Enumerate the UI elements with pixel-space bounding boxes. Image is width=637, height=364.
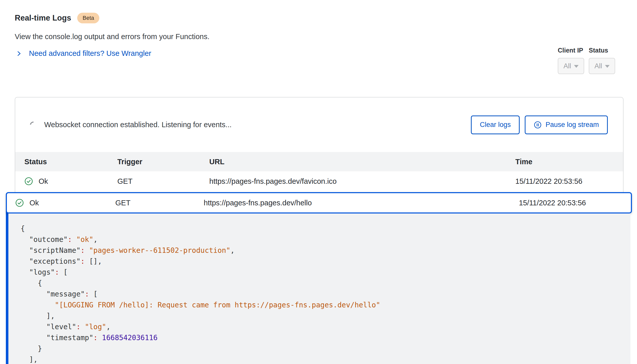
log-filters: Client IP All Status All	[558, 47, 615, 74]
url-value: https://pages-fns.pages.dev/favicon.ico	[209, 177, 515, 186]
trigger-value: GET	[117, 177, 209, 186]
log-row-favicon[interactable]: Ok GET https://pages-fns.pages.dev/favic…	[15, 171, 623, 191]
log-detail-panel: { "outcome": "ok", "scriptName": "pages-…	[8, 213, 630, 364]
websocket-status-message: Websocket connection established. Listen…	[44, 121, 232, 129]
column-header-time: Time	[515, 158, 623, 166]
log-table-header: Status Trigger URL Time	[15, 152, 623, 171]
client-ip-value: All	[563, 62, 571, 70]
wrangler-link-label: Need advanced filters? Use Wrangler	[29, 49, 151, 58]
log-json-line: "timestamp": 1668542036116	[21, 332, 623, 343]
log-json-line: "level": "log",	[21, 321, 623, 332]
chevron-right-icon	[16, 50, 22, 57]
status-value: Ok	[29, 199, 39, 207]
column-header-url: URL	[209, 158, 515, 166]
wrangler-link[interactable]: Need advanced filters? Use Wrangler	[16, 49, 151, 58]
log-json-line: }	[21, 343, 623, 354]
logs-toolbar: Websocket connection established. Listen…	[15, 97, 623, 152]
pause-log-stream-label: Pause log stream	[546, 121, 599, 129]
trigger-value: GET	[115, 199, 204, 207]
expanded-log-entry: Ok GET https://pages-fns.pages.dev/hello…	[6, 192, 632, 364]
realtime-logs-page: Real-time Logs Beta View the console.log…	[0, 0, 637, 364]
log-json-output: { "outcome": "ok", "scriptName": "pages-…	[21, 223, 623, 364]
log-json-line: ],	[21, 354, 623, 364]
client-ip-dropdown[interactable]: All	[558, 58, 584, 74]
status-filter-group: Status All	[589, 47, 615, 74]
log-json-line: "logs": [	[21, 267, 623, 278]
pause-log-stream-button[interactable]: Pause log stream	[525, 115, 608, 134]
url-value: https://pages-fns.pages.dev/hello	[204, 199, 519, 207]
clear-logs-label: Clear logs	[480, 121, 511, 129]
log-row-hello[interactable]: Ok GET https://pages-fns.pages.dev/hello…	[6, 192, 632, 213]
beta-badge: Beta	[77, 13, 99, 23]
log-json-line: {	[21, 223, 623, 234]
column-header-status: Status	[24, 158, 117, 166]
time-value: 15/11/2022 20:53:56	[519, 199, 631, 207]
toolbar-buttons: Clear logs Pause log stream	[471, 115, 608, 134]
success-check-icon	[24, 177, 33, 186]
status-cell: Ok	[15, 198, 115, 207]
spinner-icon	[29, 120, 38, 129]
log-json-line: "exceptions": [],	[21, 256, 623, 267]
selection-accent-strip	[6, 192, 8, 364]
client-ip-filter-group: Client IP All	[558, 47, 584, 74]
chevron-down-icon	[574, 65, 579, 68]
log-json-line: {	[21, 278, 623, 289]
status-filter-label: Status	[589, 47, 615, 54]
success-check-icon	[15, 198, 24, 207]
page-subtitle: View the console.log output and errors f…	[15, 32, 210, 41]
log-json-line: "[LOGGING FROM /hello]: Request came fro…	[21, 300, 623, 310]
status-value: Ok	[39, 177, 48, 186]
log-json-line: "outcome": "ok",	[21, 234, 623, 245]
page-header: Real-time Logs Beta	[15, 13, 99, 23]
log-json-line: "message": [	[21, 289, 623, 300]
time-value: 15/11/2022 20:53:56	[515, 177, 623, 186]
log-json-line: ],	[21, 310, 623, 321]
chevron-down-icon	[605, 65, 610, 68]
log-json-line: "scriptName": "pages-worker--611502-prod…	[21, 245, 623, 256]
pause-icon	[534, 121, 542, 129]
status-dropdown[interactable]: All	[589, 58, 615, 74]
client-ip-label: Client IP	[558, 47, 584, 54]
page-title: Real-time Logs	[15, 13, 71, 23]
clear-logs-button[interactable]: Clear logs	[471, 115, 520, 134]
logs-panel: Websocket connection established. Listen…	[15, 97, 624, 364]
status-cell: Ok	[24, 177, 117, 186]
column-header-trigger: Trigger	[117, 158, 209, 166]
status-filter-value: All	[594, 62, 602, 70]
